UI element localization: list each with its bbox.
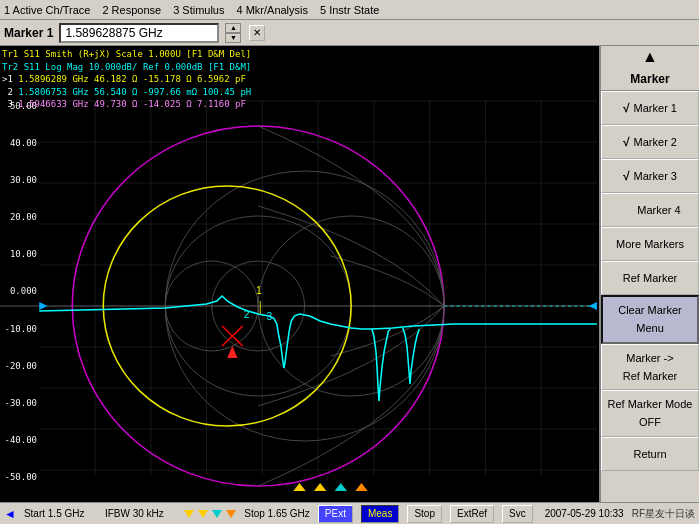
- y-label-neg30: -30.00: [2, 398, 37, 408]
- menu-item-3[interactable]: 3 Stimulus: [173, 4, 224, 16]
- trace2-label: Tr2 S11 Log Mag 10.000dB/ Ref 0.000dB [F…: [2, 61, 251, 74]
- trace1-label: Tr1 S11 Smith (R+jX) Scale 1.000U [F1 D&…: [2, 48, 251, 61]
- pext-button[interactable]: PExt: [318, 505, 353, 523]
- ref-marker-label: Ref Marker: [623, 272, 677, 284]
- stop-button[interactable]: Stop: [407, 505, 442, 523]
- menu-item-2[interactable]: 2 Response: [102, 4, 161, 16]
- ifbw-label: IFBW 30 kHz: [92, 508, 176, 519]
- datetime-label: 2007-05-29 10:33: [545, 508, 624, 519]
- y-label-neg10: -10.00: [2, 324, 37, 334]
- chart-svg: 1 2 3: [0, 46, 599, 502]
- y-label-neg20: -20.00: [2, 361, 37, 371]
- marker-ref-label1: Marker ->: [626, 351, 673, 365]
- marker-data: >1 1.5896289 GHz 46.182 Ω -15.178 Ω 6.59…: [2, 73, 251, 111]
- marker1-label: Marker 1: [634, 102, 677, 114]
- extref-button[interactable]: ExtRef: [450, 505, 494, 523]
- triangle-cyan: [212, 510, 222, 518]
- svc-button[interactable]: Svc: [502, 505, 533, 523]
- menu-item-4[interactable]: 4 Mkr/Analysis: [236, 4, 308, 16]
- svg-text:2: 2: [244, 309, 250, 320]
- ref-marker-button[interactable]: Ref Marker: [601, 261, 699, 295]
- svg-text:3: 3: [266, 311, 272, 322]
- chart-header: Tr1 S11 Smith (R+jX) Scale 1.000U [F1 D&…: [2, 48, 251, 111]
- start-freq-label: Start 1.5 GHz: [24, 508, 85, 519]
- svg-rect-0: [0, 46, 599, 502]
- chart-container[interactable]: Tr1 S11 Smith (R+jX) Scale 1.000U [F1 D&…: [0, 46, 599, 502]
- spin-down-button[interactable]: ▼: [225, 33, 241, 43]
- y-label-0: 0.000: [2, 286, 37, 296]
- menu-bar: 1 Active Ch/Trace 2 Response 3 Stimulus …: [0, 0, 699, 20]
- bottom-left-arrow: ◄: [4, 507, 16, 521]
- marker-spin-buttons: ▲ ▼: [225, 23, 241, 43]
- marker4-button[interactable]: Marker 4: [601, 193, 699, 227]
- scroll-up-arrow[interactable]: ▲: [601, 46, 699, 68]
- menu-item-5[interactable]: 5 Instr State: [320, 4, 379, 16]
- triangle-yellow2: [198, 510, 208, 518]
- triangle-yellow1: [184, 510, 194, 518]
- marker1-check: √: [623, 101, 630, 115]
- marker-bar: Marker 1 ▲ ▼ ✕: [0, 20, 699, 46]
- more-markers-label: More Markers: [616, 238, 684, 250]
- bottom-bar: ◄ Start 1.5 GHz IFBW 30 kHz Stop 1.65 GH…: [0, 502, 699, 524]
- marker-ref-marker-button[interactable]: Marker -> Ref Marker: [601, 344, 699, 391]
- return-button[interactable]: Return: [601, 437, 699, 471]
- meas-button[interactable]: Meas: [361, 505, 399, 523]
- triangle-indicators: [184, 510, 236, 518]
- marker2-label: Marker 2: [634, 136, 677, 148]
- menu-item-1[interactable]: 1 Active Ch/Trace: [4, 4, 90, 16]
- spin-up-button[interactable]: ▲: [225, 23, 241, 33]
- clear-marker-menu-label: Clear Marker: [618, 303, 682, 317]
- y-label-20: 20.00: [2, 212, 37, 222]
- marker4-label: Marker 4: [637, 204, 680, 216]
- more-markers-button[interactable]: More Markers: [601, 227, 699, 261]
- clear-marker-menu-label2: Menu: [636, 321, 664, 335]
- marker1-button[interactable]: √ Marker 1: [601, 91, 699, 125]
- y-label-10: 10.00: [2, 249, 37, 259]
- return-label: Return: [633, 448, 666, 460]
- triangle-orange: [226, 510, 236, 518]
- main-area: Tr1 S11 Smith (R+jX) Scale 1.000U [F1 D&…: [0, 46, 699, 502]
- logo-label: RF星友十日谈: [632, 507, 695, 521]
- ref-marker-mode-label1: Ref Marker Mode: [608, 397, 693, 411]
- ref-marker-mode-button[interactable]: Ref Marker Mode OFF: [601, 390, 699, 437]
- marker2-check: √: [623, 135, 630, 149]
- marker2-button[interactable]: √ Marker 2: [601, 125, 699, 159]
- marker-ref-label2: Ref Marker: [623, 369, 677, 383]
- marker-label: Marker 1: [4, 26, 53, 40]
- ref-marker-mode-label2: OFF: [639, 415, 661, 429]
- marker3-check: √: [623, 169, 630, 183]
- marker-frequency-input[interactable]: [59, 23, 219, 43]
- y-label-40: 40.00: [2, 138, 37, 148]
- clear-marker-menu-button[interactable]: Clear Marker Menu: [601, 295, 699, 344]
- y-label-neg40: -40.00: [2, 435, 37, 445]
- right-panel: ▲ Marker √ Marker 1 √ Marker 2 √ Marker …: [599, 46, 699, 502]
- panel-title: Marker: [601, 68, 699, 91]
- svg-text:1: 1: [256, 285, 262, 296]
- stop-freq-label: Stop 1.65 GHz: [244, 508, 310, 519]
- y-axis: 50.00 40.00 30.00 20.00 10.00 0.000 -10.…: [2, 101, 37, 482]
- marker3-label: Marker 3: [634, 170, 677, 182]
- y-label-neg50: -50.00: [2, 472, 37, 482]
- marker-close-button[interactable]: ✕: [249, 25, 265, 41]
- marker3-button[interactable]: √ Marker 3: [601, 159, 699, 193]
- y-label-30: 30.00: [2, 175, 37, 185]
